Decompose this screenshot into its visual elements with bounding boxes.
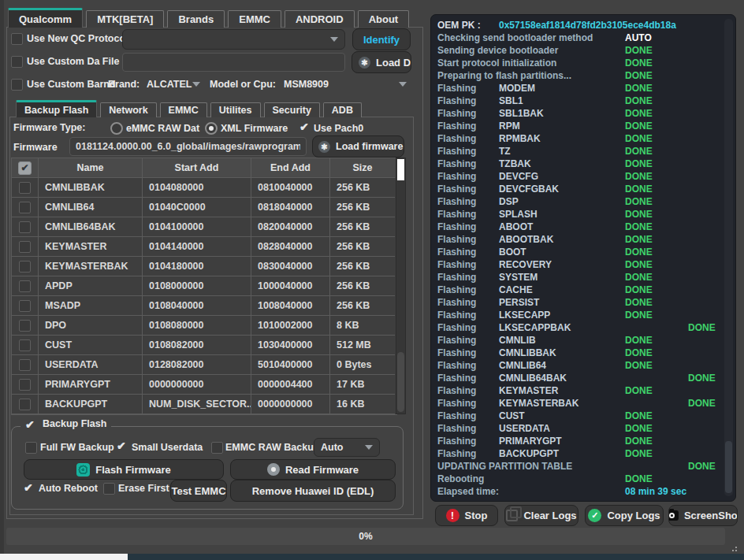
- log-label: Rebooting: [437, 473, 484, 484]
- row-checkbox[interactable]: [19, 182, 31, 194]
- log-label: Flashing: [437, 373, 476, 384]
- erase-first-checkbox[interactable]: [103, 483, 115, 495]
- custom-da-input[interactable]: [122, 53, 345, 72]
- column-header-name[interactable]: Name: [39, 158, 143, 178]
- column-header-start[interactable]: Start Add: [143, 158, 251, 178]
- copy-logs-button[interactable]: Copy Logs: [585, 505, 664, 526]
- erase-first-label: Erase First: [118, 483, 169, 494]
- sub-tab[interactable]: Backup Flash: [16, 100, 97, 117]
- main-tab[interactable]: EMMC: [228, 10, 281, 28]
- cell-size: 0 Bytes: [330, 355, 395, 375]
- row-checkbox[interactable]: [19, 320, 31, 332]
- row-checkbox[interactable]: [19, 339, 31, 351]
- table-row[interactable]: BACKUPGPT NUM_DISK_SECTOR... 0000000000 …: [12, 395, 396, 414]
- log-scrollbar[interactable]: [724, 19, 733, 496]
- xml-firmware-radio[interactable]: [205, 122, 218, 135]
- table-row[interactable]: PRIMARYGPT 0000000000 0000004400 17 KB: [12, 375, 396, 395]
- log-partition-name: DSP: [499, 196, 519, 207]
- table-row[interactable]: CUST 0108082000 1030400000 512 MB: [12, 336, 396, 355]
- table-row[interactable]: APDP 0108000000 1000040000 256 KB: [12, 276, 396, 296]
- load-firmware-button[interactable]: Load firmware fi: [312, 135, 404, 158]
- cell-partition-name: CMNLIBBAK: [39, 178, 143, 198]
- new-qc-protocol-checkbox[interactable]: [11, 33, 23, 45]
- use-pach0-checkbox[interactable]: [299, 120, 312, 132]
- select-all-checkbox[interactable]: [18, 161, 32, 175]
- row-checkbox[interactable]: [19, 202, 31, 213]
- custom-da-checkbox[interactable]: [11, 56, 23, 68]
- column-header-size[interactable]: Size: [330, 158, 395, 178]
- row-checkbox[interactable]: [19, 300, 31, 312]
- log-scrollbar-thumb[interactable]: [725, 441, 732, 493]
- log-partition-name: RPM: [499, 121, 520, 132]
- table-row[interactable]: CMNLIB64BAK 0104100000 0820040000 256 KB: [12, 217, 396, 237]
- log-label: Start protocol initialization: [437, 57, 556, 69]
- flash-firmware-button[interactable]: Flash Firmware: [24, 459, 224, 480]
- log-label: UPDATING PARTITION TABLE: [437, 461, 572, 472]
- log-status: DONE: [625, 423, 653, 434]
- load-da-button[interactable]: Load Da: [352, 51, 411, 73]
- full-fw-backup-checkbox[interactable]: [25, 442, 37, 454]
- log-line: Elapsed time: 08 min 39 sec: [431, 486, 723, 499]
- row-checkbox[interactable]: [19, 399, 31, 410]
- cell-size: 512 MB: [330, 336, 395, 355]
- stop-button[interactable]: Stop: [435, 505, 498, 526]
- read-firmware-button[interactable]: Read Firmware: [230, 459, 396, 480]
- backup-flash-checkbox[interactable]: [25, 417, 38, 430]
- table-row[interactable]: KEYMASTERBAK 0104180000 0830040000 256 K…: [12, 257, 396, 276]
- log-partition-name: PERSIST: [499, 297, 539, 308]
- table-row[interactable]: MSADP 0108040000 1008040000 256 KB: [12, 296, 396, 316]
- remove-huawei-id-button[interactable]: Remove Huawei ID (EDL): [230, 480, 396, 502]
- sub-tab[interactable]: Network: [100, 102, 156, 117]
- firmware-path-input[interactable]: [69, 137, 307, 156]
- row-checkbox[interactable]: [19, 261, 31, 273]
- row-checkbox[interactable]: [19, 359, 31, 371]
- main-tab[interactable]: Qualcomm: [8, 8, 83, 28]
- row-checkbox[interactable]: [19, 379, 31, 391]
- emmc-raw-radio[interactable]: [110, 122, 123, 135]
- row-checkbox[interactable]: [19, 221, 31, 233]
- log-label: Flashing: [437, 95, 476, 106]
- table-row[interactable]: CMNLIB64 01040C0000 0818040000 256 KB: [12, 198, 396, 217]
- row-checkbox[interactable]: [19, 280, 31, 292]
- test-emmc-button[interactable]: Test EMMC: [170, 480, 227, 502]
- screenshot-button[interactable]: ScreenShot: [668, 505, 738, 526]
- log-line: Preparing to flash partitions... DONE: [431, 70, 723, 83]
- raw-backup-mode-select[interactable]: Auto: [314, 438, 380, 457]
- model-select[interactable]: MSM8909: [277, 75, 413, 94]
- table-row[interactable]: KEYMASTER 0104140000 0828040000 256 KB: [12, 237, 396, 257]
- main-tab-label: About: [369, 13, 399, 25]
- resize-grip-icon[interactable]: [735, 547, 737, 548]
- sub-tab-bar: Backup Flash Network EMMC Utilites Secur…: [16, 100, 362, 117]
- sub-tab[interactable]: EMMC: [160, 102, 207, 117]
- stop-icon: [446, 509, 459, 522]
- log-partition-name: KEYMASTER: [499, 385, 558, 396]
- log-status: DONE: [625, 158, 653, 169]
- cell-start-address: 0104180000: [143, 257, 251, 276]
- emmc-raw-backup-checkbox[interactable]: [211, 442, 223, 454]
- sub-tab[interactable]: ADB: [323, 102, 362, 117]
- clear-logs-button[interactable]: Clear Logs: [504, 505, 578, 526]
- main-tab[interactable]: MTK[BETA]: [86, 10, 164, 28]
- identify-button[interactable]: Identify: [352, 28, 411, 50]
- sub-tab[interactable]: Utilites: [210, 102, 261, 117]
- log-label: Flashing: [437, 158, 476, 169]
- cell-start-address: 0108082000: [143, 336, 251, 355]
- auto-reboot-checkbox[interactable]: [24, 480, 36, 493]
- table-scrollbar-thumb[interactable]: [397, 159, 404, 180]
- main-tab[interactable]: ANDROID: [285, 10, 355, 28]
- table-row[interactable]: DPO 0108080000 1010002000 8 KB: [12, 316, 396, 336]
- row-checkbox[interactable]: [19, 241, 31, 253]
- table-row[interactable]: CMNLIBBAK 0104080000 0810040000 256 KB: [12, 178, 396, 198]
- sub-tab[interactable]: Security: [264, 102, 320, 117]
- table-row[interactable]: USERDATA 0128082000 5010400000 0 Bytes: [12, 355, 396, 375]
- table-scrollbar[interactable]: [396, 158, 406, 414]
- cell-partition-name: USERDATA: [39, 355, 143, 375]
- column-header-end[interactable]: End Add: [251, 158, 330, 178]
- main-tab[interactable]: About: [358, 10, 410, 28]
- qc-protocol-select[interactable]: [122, 29, 345, 50]
- small-userdata-checkbox[interactable]: [117, 439, 129, 451]
- brand-select[interactable]: ALCATEL: [140, 75, 206, 94]
- main-tab[interactable]: Brands: [167, 10, 225, 28]
- log-status: DONE: [625, 95, 653, 106]
- custom-brand-checkbox[interactable]: [11, 79, 23, 91]
